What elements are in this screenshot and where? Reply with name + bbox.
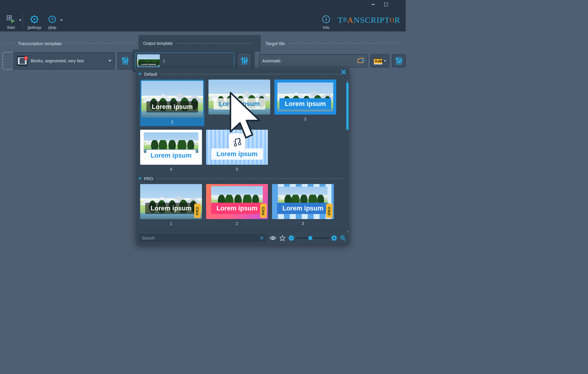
zoom-slider-knob[interactable] — [308, 236, 312, 240]
template-pro-card-1[interactable]: Lorem ipsum PRO 1 — [140, 184, 202, 226]
thumbnail-zoom: − + — [289, 235, 337, 241]
svg-line-1 — [398, 3, 401, 6]
search-clear-icon[interactable]: ✕ — [260, 235, 264, 241]
transcription-settings-button[interactable] — [118, 52, 132, 69]
main-area: Transcription template Output template T… — [0, 31, 406, 72]
template-caption: Lorem ipsum — [214, 98, 265, 110]
template-caption: Lorem ipsum — [146, 150, 196, 161]
output-thumbnail: Lorem ipsum — [137, 54, 160, 67]
svg-line-11 — [37, 16, 37, 17]
target-combo-label: Automatic — [262, 58, 281, 63]
target-settings-button[interactable] — [392, 54, 406, 67]
template-caption: Lorem ipsum — [279, 98, 331, 110]
target-column: Automatic H.264 — [255, 54, 406, 67]
start-icon — [7, 13, 15, 25]
help-button[interactable]: ? Help — [45, 11, 60, 30]
start-button[interactable]: Start — [4, 11, 18, 30]
template-number: 2 — [236, 220, 238, 226]
section-target-header: Target file — [261, 41, 406, 46]
caret-down-icon — [108, 60, 111, 62]
brand-logo: TRANSCRIPTOR — [338, 15, 400, 25]
sliders-icon — [242, 57, 247, 65]
favorite-toggle[interactable] — [279, 235, 286, 241]
section-target-label: Target file — [265, 41, 285, 46]
window-minimize-button[interactable] — [366, 0, 380, 9]
group-pro-label: PRO — [144, 176, 153, 181]
popup-scrollbar[interactable]: ▴ ▾ — [346, 79, 349, 233]
sliders-icon — [123, 57, 128, 65]
scroll-up-icon[interactable]: ▴ — [346, 79, 349, 82]
pro-badge: PRO — [194, 204, 201, 218]
template-card-4[interactable]: Lorem ipsum 4 — [140, 130, 202, 172]
template-caption: Lorem ipsum — [211, 148, 263, 160]
svg-point-4 — [34, 18, 35, 20]
scroll-down-icon[interactable]: ▾ — [346, 230, 349, 233]
zoom-slider[interactable] — [296, 237, 329, 239]
group-header-pro[interactable]: PRO — [139, 176, 346, 181]
template-number: 5 — [236, 166, 238, 172]
template-search-input[interactable]: Search ✕ — [139, 234, 267, 242]
transcription-combo-label: Blocks, segmented, very fast — [31, 58, 84, 63]
template-number: 3 — [302, 220, 304, 226]
group-default-label: Default — [144, 72, 157, 77]
template-pro-card-3[interactable]: Lorem ipsum PRO 3 — [272, 184, 334, 226]
help-label: Help — [48, 25, 56, 30]
svg-line-10 — [37, 21, 37, 22]
codec-badge: H.264 — [374, 59, 382, 64]
default-templates-grid: Lorem ipsum 1 Lorem ipsum 2 Lorem ipsum — [139, 78, 346, 175]
template-pro-card-2[interactable]: Lorem ipsum PRO 2 — [206, 184, 268, 226]
svg-point-15 — [26, 59, 26, 59]
svg-line-9 — [31, 16, 32, 17]
template-card-3[interactable]: Lorem ipsum 3 — [274, 80, 336, 126]
main-toolbar: Start Settings — [0, 9, 406, 31]
section-output-label: Output template — [143, 41, 173, 46]
svg-line-18 — [344, 239, 346, 241]
zoom-out-button[interactable]: − — [289, 235, 294, 241]
template-number: 4 — [170, 166, 172, 172]
template-number: 1 — [171, 119, 173, 125]
music-icon — [229, 133, 245, 150]
visibility-toggle[interactable] — [270, 235, 276, 241]
zoom-reset-button[interactable] — [340, 235, 346, 241]
settings-label: Settings — [28, 25, 42, 30]
pro-templates-grid: Lorem ipsum PRO 1 Lorem ipsum PRO 2 — [139, 183, 346, 229]
window-close-button[interactable] — [393, 0, 406, 9]
template-caption: Lorem ipsum — [146, 101, 198, 112]
info-label: Info — [323, 25, 329, 30]
section-transcription-label: Transcription template — [18, 41, 62, 46]
film-icon — [17, 56, 28, 66]
template-caption: Lorem ipsum — [211, 203, 263, 214]
template-number: 3 — [304, 116, 306, 122]
group-header-default[interactable]: Default — [139, 72, 346, 77]
popup-close-button[interactable]: ✕ — [340, 68, 347, 77]
codec-selector[interactable]: H.264 — [371, 54, 389, 67]
template-caption: Lorem ipsum — [145, 203, 197, 214]
template-card-1[interactable]: Lorem ipsum 1 — [140, 80, 204, 126]
pro-badge: PRO — [326, 204, 333, 218]
output-settings-button[interactable] — [237, 53, 252, 69]
svg-text:?: ? — [51, 17, 53, 22]
output-template-combo[interactable]: Lorem ipsum 1 — [135, 53, 234, 69]
drop-target[interactable] — [2, 52, 12, 70]
search-placeholder: Search — [142, 236, 155, 240]
svg-line-12 — [31, 21, 32, 22]
help-icon: ? — [48, 13, 56, 25]
template-number: 1 — [170, 220, 172, 226]
settings-button[interactable]: Settings — [27, 11, 42, 30]
target-file-combo[interactable]: Automatic — [259, 54, 368, 67]
open-folder-icon — [357, 57, 364, 65]
template-card-2[interactable]: Lorem ipsum 2 — [208, 80, 270, 126]
section-transcription-header: Transcription template — [18, 41, 138, 46]
window-maximize-button[interactable] — [380, 0, 393, 9]
toolbar-separator — [23, 12, 23, 28]
template-caption: Lorem ipsum — [277, 203, 329, 214]
template-card-5[interactable]: Lorem ipsum 5 — [206, 130, 268, 172]
output-combo-label: 1 — [163, 58, 165, 63]
info-button[interactable]: i Info — [319, 11, 333, 30]
template-number: 2 — [238, 116, 241, 122]
dropdown-caret-icon — [60, 20, 63, 21]
transcription-template-combo[interactable]: Blocks, segmented, very fast — [14, 52, 115, 69]
scrollbar-handle[interactable] — [346, 83, 349, 130]
collapse-icon — [139, 178, 142, 180]
zoom-in-button[interactable]: + — [331, 235, 337, 241]
